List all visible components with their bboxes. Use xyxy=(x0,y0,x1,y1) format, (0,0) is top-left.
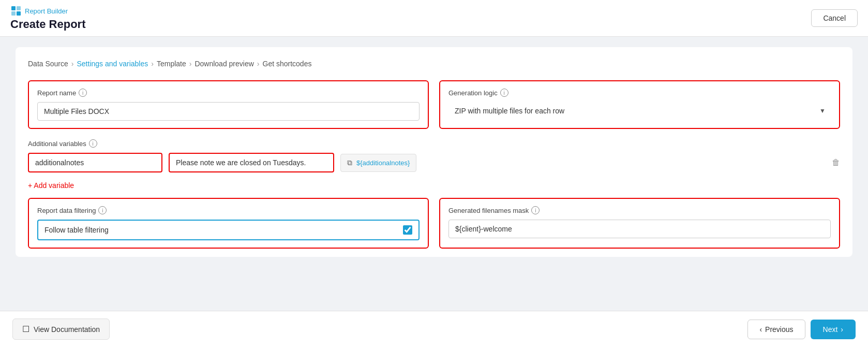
follow-table-filtering-checkbox[interactable] xyxy=(403,225,412,235)
previous-button[interactable]: ‹ Previous xyxy=(747,320,805,339)
brand-icon xyxy=(10,5,22,17)
generation-logic-select[interactable]: ZIP with multiple files for each row Sin… xyxy=(448,102,831,120)
top-bar-left: Report Builder Create Report xyxy=(10,5,85,31)
generated-filenames-mask-label: Generated filenames mask i xyxy=(448,206,831,214)
add-variable-button[interactable]: + Add variable xyxy=(28,181,74,190)
additional-variables-label: Additional variables i xyxy=(28,139,840,148)
breadcrumb-get-shortcodes: Get shortcodes xyxy=(263,60,312,68)
report-name-info-icon: i xyxy=(79,89,87,97)
report-name-label: Report name i xyxy=(37,89,420,97)
variables-row: ⧉ ${additionalnotes} 🗑 xyxy=(28,153,840,172)
breadcrumb-sep-3: › xyxy=(189,60,192,68)
content-card: Data Source › Settings and variables › T… xyxy=(16,47,852,257)
svg-rect-0 xyxy=(11,6,16,10)
view-documentation-button[interactable]: ☐ View Documentation xyxy=(12,319,110,340)
row-report-name-generation: Report name i Generation logic i ZIP wit… xyxy=(28,80,840,129)
view-docs-label: View Documentation xyxy=(34,325,100,334)
breadcrumb-sep-2: › xyxy=(151,60,154,68)
next-label: Next xyxy=(823,325,838,334)
generation-logic-group: Generation logic i ZIP with multiple fil… xyxy=(439,80,840,129)
report-data-filtering-group: Report data filtering i Follow table fil… xyxy=(28,198,429,249)
variable-shortcode-display: ⧉ ${additionalnotes} xyxy=(340,154,416,172)
bottom-row: Report data filtering i Follow table fil… xyxy=(28,198,840,249)
follow-table-filtering-label: Follow table filtering xyxy=(44,226,398,234)
breadcrumb-data-source: Data Source xyxy=(28,60,68,68)
cancel-button[interactable]: Cancel xyxy=(811,9,858,27)
doc-icon: ☐ xyxy=(22,324,29,334)
report-data-filtering-label: Report data filtering i xyxy=(37,206,420,214)
shortcode-text: ${additionalnotes} xyxy=(356,159,410,167)
breadcrumb-template: Template xyxy=(157,60,186,68)
footer-navigation: ‹ Previous Next › xyxy=(747,320,856,339)
breadcrumb-download-preview: Download preview xyxy=(194,60,253,68)
copy-icon[interactable]: ⧉ xyxy=(347,158,352,167)
generation-logic-label-text: Generation logic xyxy=(448,89,498,97)
generation-logic-select-wrapper: ZIP with multiple files for each row Sin… xyxy=(448,102,831,120)
generation-logic-label: Generation logic i xyxy=(448,89,831,97)
breadcrumb-sep-4: › xyxy=(257,60,260,68)
generation-logic-info-icon: i xyxy=(500,89,508,97)
chevron-left-icon: ‹ xyxy=(759,325,762,334)
additional-variables-section: Additional variables i ⧉ ${additionalnot… xyxy=(28,139,840,172)
generated-filenames-mask-group: Generated filenames mask i xyxy=(439,198,840,249)
app-brand: Report Builder xyxy=(10,5,85,17)
page-title: Create Report xyxy=(10,18,85,31)
chevron-right-icon: › xyxy=(841,325,843,334)
brand-name: Report Builder xyxy=(25,7,68,15)
report-name-group: Report name i xyxy=(28,80,429,129)
follow-table-filtering-row: Follow table filtering xyxy=(37,220,420,240)
report-name-input[interactable] xyxy=(37,102,420,121)
report-data-filtering-info-icon: i xyxy=(98,206,107,214)
filenames-mask-input[interactable] xyxy=(448,220,831,238)
additional-variables-label-text: Additional variables xyxy=(28,140,86,148)
generated-filenames-info-icon: i xyxy=(531,206,540,214)
report-data-filtering-label-text: Report data filtering xyxy=(37,207,96,214)
generated-filenames-mask-label-text: Generated filenames mask xyxy=(448,207,529,214)
additional-variables-info-icon: i xyxy=(89,139,97,148)
top-bar: Report Builder Create Report Cancel xyxy=(0,0,868,37)
breadcrumb-sep-1: › xyxy=(71,60,74,68)
variable-name-input[interactable] xyxy=(28,153,162,172)
previous-label: Previous xyxy=(765,325,793,334)
variable-value-input[interactable] xyxy=(169,153,334,172)
delete-variable-icon[interactable]: 🗑 xyxy=(832,158,840,167)
main-content: Data Source › Settings and variables › T… xyxy=(0,37,868,311)
report-name-label-text: Report name xyxy=(37,89,76,97)
svg-rect-2 xyxy=(11,11,16,16)
breadcrumb: Data Source › Settings and variables › T… xyxy=(28,60,840,68)
breadcrumb-settings: Settings and variables xyxy=(77,60,148,68)
footer: ☐ View Documentation ‹ Previous Next › xyxy=(0,311,868,347)
svg-rect-3 xyxy=(17,11,21,16)
next-button[interactable]: Next › xyxy=(811,320,856,339)
svg-rect-1 xyxy=(17,6,21,10)
